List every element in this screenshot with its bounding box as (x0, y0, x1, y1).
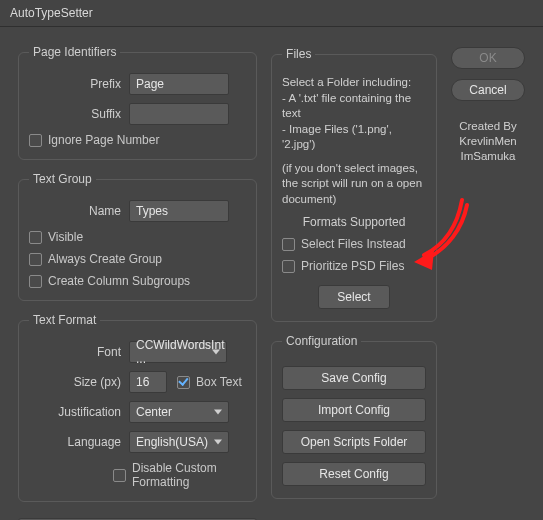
column-subgroups-checkbox[interactable]: Create Column Subgroups (29, 274, 246, 288)
text-group-group: Text Group Name Visible Always Create Gr… (18, 172, 257, 301)
checkbox-icon (29, 134, 42, 147)
visible-checkbox[interactable]: Visible (29, 230, 246, 244)
size-label: Size (px) (29, 375, 129, 389)
box-text-checkbox[interactable]: Box Text (177, 375, 242, 389)
font-select[interactable]: CCWildWordsInt ... (129, 341, 227, 363)
size-input[interactable] (129, 371, 167, 393)
justification-label: Justification (29, 405, 129, 419)
files-hint2: (if you don't select images, the script … (282, 161, 426, 208)
ignore-page-number-checkbox[interactable]: Ignore Page Number (29, 133, 246, 147)
suffix-input[interactable] (129, 103, 229, 125)
select-folder-button[interactable]: Select (318, 285, 390, 309)
open-scripts-folder-button[interactable]: Open Scripts Folder (282, 430, 426, 454)
visible-label: Visible (48, 230, 83, 244)
chevron-down-icon (214, 410, 222, 415)
always-create-checkbox[interactable]: Always Create Group (29, 252, 246, 266)
configuration-group: Configuration Save Config Import Config … (271, 334, 437, 499)
formats-supported-label: Formats Supported (282, 215, 426, 229)
disable-custom-format-label: Disable Custom Formatting (132, 461, 246, 489)
select-files-instead-checkbox[interactable]: Select Files Instead (282, 237, 426, 251)
disable-custom-format-checkbox[interactable]: Disable Custom Formatting (113, 461, 246, 489)
checkbox-icon (282, 238, 295, 251)
justification-value: Center (136, 405, 172, 419)
page-identifiers-legend: Page Identifiers (29, 45, 120, 59)
prefix-input[interactable] (129, 73, 229, 95)
font-label: Font (29, 345, 129, 359)
text-group-legend: Text Group (29, 172, 96, 186)
checkbox-icon (29, 275, 42, 288)
window-titlebar: AutoTypeSetter (0, 0, 543, 27)
prefix-label: Prefix (29, 77, 129, 91)
checkbox-icon (177, 376, 190, 389)
prioritize-psd-checkbox[interactable]: Prioritize PSD Files (282, 259, 426, 273)
files-hint: Select a Folder including: - A '.txt' fi… (282, 75, 426, 153)
always-create-label: Always Create Group (48, 252, 162, 266)
group-name-label: Name (29, 204, 129, 218)
credits: Created By KrevlinMen ImSamuka (459, 119, 517, 164)
ignore-page-number-label: Ignore Page Number (48, 133, 159, 147)
suffix-label: Suffix (29, 107, 129, 121)
select-files-instead-label: Select Files Instead (301, 237, 406, 251)
files-group: Files Select a Folder including: - A '.t… (271, 47, 437, 322)
box-text-label: Box Text (196, 375, 242, 389)
justification-select[interactable]: Center (129, 401, 229, 423)
cancel-button[interactable]: Cancel (451, 79, 525, 101)
page-identifiers-group: Page Identifiers Prefix Suffix Ignore Pa… (18, 45, 257, 160)
reset-config-button[interactable]: Reset Config (282, 462, 426, 486)
prioritize-psd-label: Prioritize PSD Files (301, 259, 404, 273)
window-title: AutoTypeSetter (10, 6, 93, 20)
import-config-button[interactable]: Import Config (282, 398, 426, 422)
group-name-input[interactable] (129, 200, 229, 222)
save-config-button[interactable]: Save Config (282, 366, 426, 390)
files-legend: Files (282, 47, 315, 61)
chevron-down-icon (212, 350, 220, 355)
ok-button[interactable]: OK (451, 47, 525, 69)
text-format-legend: Text Format (29, 313, 100, 327)
language-label: Language (29, 435, 129, 449)
checkbox-icon (29, 231, 42, 244)
text-format-group: Text Format Font CCWildWordsInt ... Size… (18, 313, 257, 502)
chevron-down-icon (214, 440, 222, 445)
checkbox-icon (282, 260, 295, 273)
column-subgroups-label: Create Column Subgroups (48, 274, 190, 288)
language-select[interactable]: English(USA) (129, 431, 229, 453)
language-value: English(USA) (136, 435, 208, 449)
checkbox-icon (113, 469, 126, 482)
checkbox-icon (29, 253, 42, 266)
configuration-legend: Configuration (282, 334, 361, 348)
